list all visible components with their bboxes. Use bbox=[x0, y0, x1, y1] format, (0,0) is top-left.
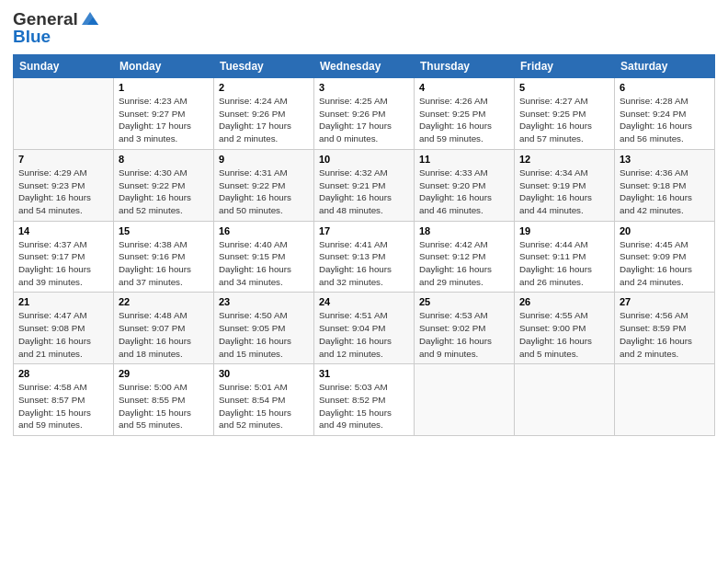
day-info: Sunrise: 5:01 AM Sunset: 8:54 PM Dayligh… bbox=[219, 381, 309, 431]
calendar-cell: 5Sunrise: 4:27 AM Sunset: 9:25 PM Daylig… bbox=[515, 78, 615, 150]
day-info: Sunrise: 4:36 AM Sunset: 9:18 PM Dayligh… bbox=[620, 167, 710, 217]
calendar-cell: 20Sunrise: 4:45 AM Sunset: 9:09 PM Dayli… bbox=[615, 221, 715, 293]
calendar-cell bbox=[615, 364, 715, 436]
day-number: 28 bbox=[18, 368, 108, 379]
calendar-cell: 12Sunrise: 4:34 AM Sunset: 9:19 PM Dayli… bbox=[515, 149, 615, 221]
day-number: 23 bbox=[219, 296, 309, 307]
calendar-cell: 31Sunrise: 5:03 AM Sunset: 8:52 PM Dayli… bbox=[314, 364, 415, 436]
day-number: 9 bbox=[219, 154, 309, 165]
calendar-cell: 23Sunrise: 4:50 AM Sunset: 9:05 PM Dayli… bbox=[214, 293, 314, 364]
logo: General Blue bbox=[13, 9, 100, 47]
calendar-cell: 24Sunrise: 4:51 AM Sunset: 9:04 PM Dayli… bbox=[314, 293, 415, 364]
day-info: Sunrise: 4:44 AM Sunset: 9:11 PM Dayligh… bbox=[519, 238, 609, 289]
calendar-week-row: 7Sunrise: 4:29 AM Sunset: 9:23 PM Daylig… bbox=[14, 149, 715, 221]
day-info: Sunrise: 4:28 AM Sunset: 9:24 PM Dayligh… bbox=[620, 95, 710, 145]
day-number: 31 bbox=[319, 368, 409, 379]
day-info: Sunrise: 4:38 AM Sunset: 9:16 PM Dayligh… bbox=[119, 238, 209, 289]
calendar-week-row: 1Sunrise: 4:23 AM Sunset: 9:27 PM Daylig… bbox=[14, 78, 715, 150]
calendar-cell bbox=[14, 78, 114, 150]
calendar-cell: 17Sunrise: 4:41 AM Sunset: 9:13 PM Dayli… bbox=[314, 221, 415, 293]
calendar-cell: 30Sunrise: 5:01 AM Sunset: 8:54 PM Dayli… bbox=[214, 364, 314, 436]
day-number: 14 bbox=[18, 225, 108, 236]
day-info: Sunrise: 4:32 AM Sunset: 9:21 PM Dayligh… bbox=[319, 167, 409, 217]
day-info: Sunrise: 4:27 AM Sunset: 9:25 PM Dayligh… bbox=[519, 95, 609, 145]
day-number: 5 bbox=[519, 82, 609, 93]
day-info: Sunrise: 4:56 AM Sunset: 8:59 PM Dayligh… bbox=[620, 309, 710, 360]
page-container: General Blue SundayMondayTuesdayWednesda… bbox=[0, 0, 728, 563]
day-number: 30 bbox=[219, 368, 309, 379]
weekday-header: Thursday bbox=[415, 55, 515, 78]
calendar-cell: 11Sunrise: 4:33 AM Sunset: 9:20 PM Dayli… bbox=[415, 149, 515, 221]
day-number: 29 bbox=[119, 368, 209, 379]
day-info: Sunrise: 4:41 AM Sunset: 9:13 PM Dayligh… bbox=[319, 238, 409, 289]
day-number: 17 bbox=[319, 225, 409, 236]
day-number: 1 bbox=[119, 82, 209, 93]
day-number: 26 bbox=[519, 296, 609, 307]
calendar-cell bbox=[415, 364, 515, 436]
day-number: 6 bbox=[620, 82, 710, 93]
day-number: 18 bbox=[419, 225, 509, 236]
header: General Blue bbox=[13, 9, 715, 47]
day-info: Sunrise: 4:34 AM Sunset: 9:19 PM Dayligh… bbox=[519, 167, 609, 217]
day-info: Sunrise: 4:47 AM Sunset: 9:08 PM Dayligh… bbox=[18, 309, 108, 360]
weekday-header: Friday bbox=[515, 55, 615, 78]
day-number: 10 bbox=[319, 154, 409, 165]
calendar-cell: 10Sunrise: 4:32 AM Sunset: 9:21 PM Dayli… bbox=[314, 149, 415, 221]
day-number: 15 bbox=[119, 225, 209, 236]
calendar-cell: 9Sunrise: 4:31 AM Sunset: 9:22 PM Daylig… bbox=[214, 149, 314, 221]
calendar-cell: 6Sunrise: 4:28 AM Sunset: 9:24 PM Daylig… bbox=[615, 78, 715, 150]
day-number: 11 bbox=[419, 154, 509, 165]
day-number: 25 bbox=[419, 296, 509, 307]
day-info: Sunrise: 4:24 AM Sunset: 9:26 PM Dayligh… bbox=[219, 95, 309, 145]
day-info: Sunrise: 4:37 AM Sunset: 9:17 PM Dayligh… bbox=[18, 238, 108, 289]
logo-icon bbox=[80, 10, 100, 27]
day-info: Sunrise: 4:23 AM Sunset: 9:27 PM Dayligh… bbox=[119, 95, 209, 145]
day-info: Sunrise: 4:48 AM Sunset: 9:07 PM Dayligh… bbox=[119, 309, 209, 360]
day-info: Sunrise: 4:51 AM Sunset: 9:04 PM Dayligh… bbox=[319, 309, 409, 360]
calendar-cell: 2Sunrise: 4:24 AM Sunset: 9:26 PM Daylig… bbox=[214, 78, 314, 150]
day-info: Sunrise: 4:53 AM Sunset: 9:02 PM Dayligh… bbox=[419, 309, 509, 360]
day-number: 19 bbox=[519, 225, 609, 236]
logo-blue-text: Blue bbox=[13, 27, 51, 47]
calendar-cell: 4Sunrise: 4:26 AM Sunset: 9:25 PM Daylig… bbox=[415, 78, 515, 150]
day-number: 21 bbox=[18, 296, 108, 307]
weekday-header: Sunday bbox=[14, 55, 114, 78]
weekday-header: Wednesday bbox=[314, 55, 415, 78]
day-info: Sunrise: 4:25 AM Sunset: 9:26 PM Dayligh… bbox=[319, 95, 409, 145]
calendar-cell: 16Sunrise: 4:40 AM Sunset: 9:15 PM Dayli… bbox=[214, 221, 314, 293]
weekday-header: Tuesday bbox=[214, 55, 314, 78]
calendar-cell: 28Sunrise: 4:58 AM Sunset: 8:57 PM Dayli… bbox=[14, 364, 114, 436]
day-number: 24 bbox=[319, 296, 409, 307]
day-info: Sunrise: 4:26 AM Sunset: 9:25 PM Dayligh… bbox=[419, 95, 509, 145]
calendar-cell: 29Sunrise: 5:00 AM Sunset: 8:55 PM Dayli… bbox=[114, 364, 214, 436]
day-number: 20 bbox=[620, 225, 710, 236]
calendar-week-row: 21Sunrise: 4:47 AM Sunset: 9:08 PM Dayli… bbox=[14, 293, 715, 364]
calendar-cell: 1Sunrise: 4:23 AM Sunset: 9:27 PM Daylig… bbox=[114, 78, 214, 150]
day-info: Sunrise: 4:42 AM Sunset: 9:12 PM Dayligh… bbox=[419, 238, 509, 289]
calendar-week-row: 14Sunrise: 4:37 AM Sunset: 9:17 PM Dayli… bbox=[14, 221, 715, 293]
calendar-cell: 21Sunrise: 4:47 AM Sunset: 9:08 PM Dayli… bbox=[14, 293, 114, 364]
calendar-cell: 25Sunrise: 4:53 AM Sunset: 9:02 PM Dayli… bbox=[415, 293, 515, 364]
day-info: Sunrise: 4:50 AM Sunset: 9:05 PM Dayligh… bbox=[219, 309, 309, 360]
calendar-header-row: SundayMondayTuesdayWednesdayThursdayFrid… bbox=[14, 55, 715, 78]
day-info: Sunrise: 4:31 AM Sunset: 9:22 PM Dayligh… bbox=[219, 167, 309, 217]
day-number: 8 bbox=[119, 154, 209, 165]
calendar-cell: 19Sunrise: 4:44 AM Sunset: 9:11 PM Dayli… bbox=[515, 221, 615, 293]
day-info: Sunrise: 5:03 AM Sunset: 8:52 PM Dayligh… bbox=[319, 381, 409, 431]
day-number: 4 bbox=[419, 82, 509, 93]
calendar-cell: 8Sunrise: 4:30 AM Sunset: 9:22 PM Daylig… bbox=[114, 149, 214, 221]
calendar-cell bbox=[515, 364, 615, 436]
day-number: 2 bbox=[219, 82, 309, 93]
day-info: Sunrise: 4:33 AM Sunset: 9:20 PM Dayligh… bbox=[419, 167, 509, 217]
day-info: Sunrise: 4:40 AM Sunset: 9:15 PM Dayligh… bbox=[219, 238, 309, 289]
day-info: Sunrise: 4:45 AM Sunset: 9:09 PM Dayligh… bbox=[620, 238, 710, 289]
day-info: Sunrise: 4:55 AM Sunset: 9:00 PM Dayligh… bbox=[519, 309, 609, 360]
day-number: 12 bbox=[519, 154, 609, 165]
day-info: Sunrise: 4:30 AM Sunset: 9:22 PM Dayligh… bbox=[119, 167, 209, 217]
day-number: 22 bbox=[119, 296, 209, 307]
day-number: 16 bbox=[219, 225, 309, 236]
weekday-header: Monday bbox=[114, 55, 214, 78]
calendar-cell: 13Sunrise: 4:36 AM Sunset: 9:18 PM Dayli… bbox=[615, 149, 715, 221]
day-info: Sunrise: 4:29 AM Sunset: 9:23 PM Dayligh… bbox=[18, 167, 108, 217]
weekday-header: Saturday bbox=[615, 55, 715, 78]
